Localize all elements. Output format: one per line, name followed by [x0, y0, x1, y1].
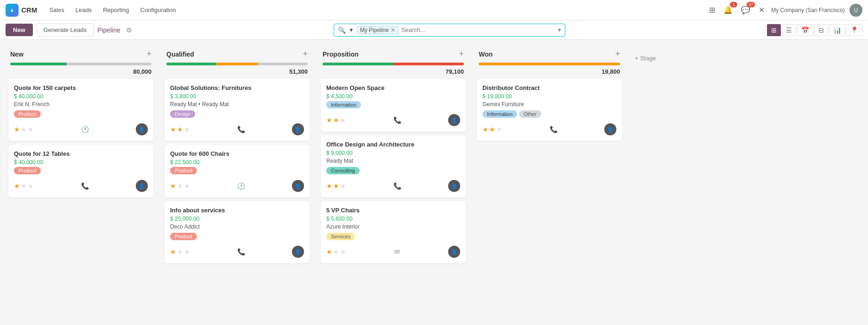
apps-icon[interactable]: ⊞	[707, 4, 717, 16]
star-1[interactable]: ★	[489, 126, 495, 133]
star-2[interactable]: ★	[496, 126, 502, 133]
card-tags: Product	[170, 233, 304, 243]
kanban-view-button[interactable]: ⊞	[767, 24, 781, 36]
card-avatar[interactable]: 👤	[448, 246, 460, 258]
star-1[interactable]: ★	[177, 248, 183, 255]
crm-logo-text: CRM	[21, 6, 37, 14]
card-footer: ★★★ 🕐 👤	[14, 123, 148, 135]
card-proposition-2[interactable]: 5 VP Chairs $ 5,600.00 Azure Interior Se…	[321, 201, 466, 263]
footer-email-icon: ✉	[394, 248, 400, 255]
star-1[interactable]: ★	[21, 182, 27, 190]
star-2[interactable]: ★	[340, 116, 346, 124]
footer-phone-icon: 📞	[393, 182, 401, 190]
star-1[interactable]: ★	[333, 182, 339, 190]
card-new-0[interactable]: Quote for 150 carpets $ 40,000.00 Erik N…	[8, 79, 153, 141]
card-stars[interactable]: ★★★	[326, 248, 346, 255]
card-proposition-0[interactable]: Modern Open Space $ 4,500.00 Information…	[321, 79, 466, 132]
card-avatar[interactable]: 👤	[292, 246, 304, 258]
star-2[interactable]: ★	[340, 248, 346, 255]
col-amount-proposition: 79,100	[318, 68, 469, 79]
star-0[interactable]: ★	[170, 248, 176, 255]
crm-logo[interactable]: ▲ CRM	[6, 4, 37, 17]
star-0[interactable]: ★	[326, 182, 332, 190]
card-avatar[interactable]: 👤	[448, 180, 460, 192]
star-2[interactable]: ★	[184, 182, 190, 190]
star-0[interactable]: ★	[14, 126, 20, 133]
table-view-button[interactable]: ⊟	[814, 24, 828, 36]
nav-reporting[interactable]: Reporting	[98, 5, 133, 15]
kanban-col-new: New + 80,000 Quote for 150 carpets $ 40,…	[6, 45, 156, 201]
top-navigation: ▲ CRM Sales Leads Reporting Configuratio…	[0, 0, 868, 20]
card-avatar[interactable]: 👤	[292, 123, 304, 135]
card-avatar[interactable]: 👤	[136, 180, 148, 192]
star-1[interactable]: ★	[333, 116, 339, 124]
col-add-won[interactable]: +	[615, 49, 620, 59]
card-new-1[interactable]: Quote for 12 Tables $ 40,000.00 Product …	[8, 145, 153, 198]
nav-sales[interactable]: Sales	[44, 5, 69, 15]
card-qualified-1[interactable]: Quote for 600 Chairs $ 22,500.00 Product…	[165, 145, 310, 198]
star-0[interactable]: ★	[482, 126, 488, 133]
star-1[interactable]: ★	[177, 126, 183, 133]
star-0[interactable]: ★	[14, 182, 20, 190]
card-avatar[interactable]: 👤	[448, 114, 460, 126]
card-company: Gemini Furniture	[482, 101, 616, 108]
my-pipeline-filter[interactable]: My Pipeline ✕	[357, 26, 399, 34]
col-add-proposition[interactable]: +	[459, 49, 464, 59]
star-2[interactable]: ★	[28, 182, 34, 190]
footer-phone-icon: 📞	[550, 126, 558, 133]
map-view-button[interactable]: 📍	[846, 24, 862, 36]
card-stars[interactable]: ★★★	[482, 126, 502, 133]
card-stars[interactable]: ★★★	[326, 116, 346, 124]
add-stage-button[interactable]: + Stage	[630, 45, 660, 71]
chart-view-button[interactable]: 📊	[829, 24, 845, 36]
col-add-qualified[interactable]: +	[303, 49, 308, 59]
star-1[interactable]: ★	[333, 248, 339, 255]
nav-configuration[interactable]: Configuration	[136, 5, 181, 15]
card-won-0[interactable]: Distributor Contract $ 19,800.00 Gemini …	[477, 79, 622, 141]
search-input[interactable]	[401, 26, 553, 33]
star-2[interactable]: ★	[184, 248, 190, 255]
settings-icon[interactable]: ✕	[757, 4, 767, 16]
col-add-new[interactable]: +	[146, 49, 152, 59]
star-2[interactable]: ★	[340, 182, 346, 190]
search-bar[interactable]: 🔍 ▼ My Pipeline ✕ ▾	[334, 24, 565, 37]
star-2[interactable]: ★	[184, 126, 190, 133]
card-stars[interactable]: ★★★	[326, 182, 346, 190]
card-avatar[interactable]: 👤	[292, 180, 304, 192]
card-avatar[interactable]: 👤	[136, 123, 148, 135]
filter-remove-icon[interactable]: ✕	[391, 27, 395, 33]
search-dropdown-icon[interactable]: ▾	[558, 26, 561, 33]
card-footer: ★★★ 📞 👤	[482, 123, 616, 135]
new-button[interactable]: New	[6, 24, 33, 36]
star-2[interactable]: ★	[28, 126, 34, 133]
notification-bell[interactable]: 🔔 1	[722, 4, 735, 16]
card-avatar[interactable]: 👤	[604, 123, 616, 135]
star-1[interactable]: ★	[21, 126, 27, 133]
star-0[interactable]: ★	[326, 116, 332, 124]
card-title: Distributor Contract	[482, 84, 616, 91]
star-1[interactable]: ★	[177, 182, 183, 190]
card-stars[interactable]: ★★★	[170, 248, 190, 255]
card-amount: $ 9,000.00	[326, 150, 460, 156]
star-0[interactable]: ★	[170, 126, 176, 133]
card-qualified-2[interactable]: Info about services $ 25,000.00 Deco Add…	[165, 201, 310, 263]
card-stars[interactable]: ★★★	[170, 182, 190, 190]
chat-icon[interactable]: 💬 37	[739, 4, 752, 16]
pipeline-settings-icon[interactable]: ⚙	[126, 26, 132, 34]
card-stars[interactable]: ★★★	[14, 126, 34, 133]
calendar-view-button[interactable]: 📅	[797, 24, 813, 36]
card-company: Ready Mat	[326, 158, 460, 164]
card-stars[interactable]: ★★★	[170, 126, 190, 133]
tag-other: Other	[519, 110, 541, 118]
card-proposition-1[interactable]: Office Design and Architecture $ 9,000.0…	[321, 135, 466, 198]
card-title: Modern Open Space	[326, 84, 460, 91]
star-0[interactable]: ★	[326, 248, 332, 255]
card-stars[interactable]: ★★★	[14, 182, 34, 190]
card-qualified-0[interactable]: Global Solutions: Furnitures $ 3,800.00 …	[165, 79, 310, 141]
nav-leads[interactable]: Leads	[71, 5, 96, 15]
star-0[interactable]: ★	[170, 182, 176, 190]
generate-leads-button[interactable]: Generate Leads	[37, 23, 94, 37]
list-view-button[interactable]: ☰	[782, 24, 796, 36]
footer-phone-icon: 📞	[237, 248, 245, 255]
user-avatar[interactable]: U	[849, 4, 862, 17]
